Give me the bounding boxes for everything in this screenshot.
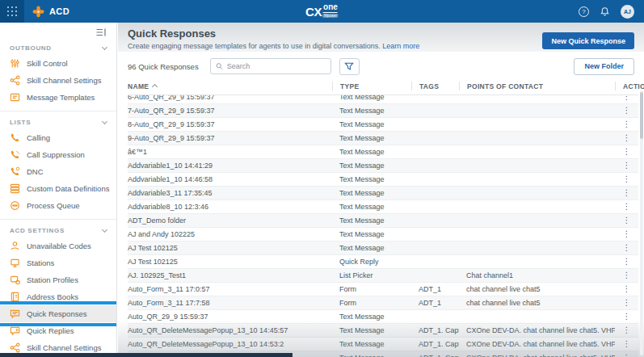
sidebar-item-message-templates[interactable]: Message Templates: [0, 89, 116, 106]
table-row[interactable]: AJ Test 102125Text Message⋮: [128, 242, 638, 255]
column-header-type[interactable]: TYPE: [332, 82, 411, 90]
sidebar-item-dnc[interactable]: DNC: [0, 163, 116, 180]
chevron-down-icon: [102, 119, 107, 124]
table-row[interactable]: AJ Test 102125Quick Reply⋮: [128, 255, 638, 269]
sidebar-section-acd-settings[interactable]: ACD SETTINGS: [0, 221, 116, 237]
row-actions-kebab-icon[interactable]: ⋮: [615, 120, 638, 128]
row-actions-kebab-icon[interactable]: ⋮: [615, 326, 638, 334]
filter-button[interactable]: [339, 58, 360, 75]
search-input[interactable]: [227, 62, 326, 70]
data-definitions-icon: [10, 183, 20, 194]
cell-name: 7-Auto_QR_29_9 15:59:37: [128, 107, 332, 115]
cell-tags: ADT_1. Captain: [411, 326, 459, 334]
row-actions-kebab-icon[interactable]: ⋮: [615, 189, 638, 197]
sidebar-item-label: Quick Responses: [27, 309, 86, 318]
search-icon: [216, 62, 223, 70]
cxone-logo-badge: Mpower: [322, 14, 339, 18]
new-folder-button[interactable]: New Folder: [574, 58, 634, 75]
row-actions-kebab-icon[interactable]: ⋮: [615, 285, 638, 293]
table-row[interactable]: 7-Auto_QR_29_9 15:59:37Text Message⋮: [128, 104, 638, 118]
sidebar-item-process-queue[interactable]: Process Queue: [0, 197, 116, 214]
new-quick-response-button[interactable]: New Quick Response: [542, 32, 634, 49]
row-actions-kebab-icon[interactable]: ⋮: [615, 271, 638, 279]
cxone-logo-one: one: [323, 3, 338, 13]
table-row[interactable]: 8-Auto_QR_29_9 15:59:37Text Message⋮: [128, 118, 638, 132]
table-row[interactable]: â€™1Text Message⋮: [128, 145, 638, 159]
column-header-actions: ACTIONS: [615, 82, 644, 90]
table-row[interactable]: Addvariable8_10 12:3:46Text Message⋮: [128, 200, 638, 214]
section-label: LISTS: [10, 119, 31, 126]
table-row[interactable]: Auto_QR_DeleteMessagePopup_13_10 14:53:2…: [128, 338, 638, 351]
row-actions-kebab-icon[interactable]: ⋮: [615, 230, 638, 238]
table-row[interactable]: Auto_QR_29_9 15:59:37Text Message⋮: [128, 310, 638, 324]
table-row[interactable]: 6-Auto_QR_29_9 15:59:37Text Message⋮: [128, 95, 638, 104]
sidebar-item-custom-data-definitions[interactable]: Custom Data Definitions: [0, 180, 116, 197]
notifications-bell-icon[interactable]: [600, 6, 610, 17]
row-actions-kebab-icon[interactable]: ⋮: [615, 340, 638, 348]
sidebar-item-call-suppression[interactable]: Call Suppression: [0, 146, 116, 163]
row-actions-kebab-icon[interactable]: ⋮: [615, 313, 638, 321]
sidebar-item-label: Process Queue: [27, 201, 79, 210]
table-row[interactable]: 9-Auto_QR_29_9 15:59:37Text Message⋮: [128, 132, 638, 145]
user-avatar[interactable]: AJ: [621, 5, 634, 19]
row-actions-kebab-icon[interactable]: ⋮: [615, 244, 638, 252]
row-actions-kebab-icon[interactable]: ⋮: [615, 134, 638, 142]
cell-type: Text Message: [332, 107, 411, 115]
row-actions-kebab-icon[interactable]: ⋮: [615, 258, 638, 266]
acd-logo-icon: [32, 6, 44, 18]
table-row[interactable]: AJ and Andy 102225Text Message⋮: [128, 228, 638, 242]
sidebar-section-outbound[interactable]: OUTBOUND: [0, 39, 116, 55]
row-actions-kebab-icon[interactable]: ⋮: [615, 299, 638, 307]
learn-more-link[interactable]: Learn more: [382, 42, 419, 50]
quick-reply-icon: [10, 326, 20, 336]
table-row[interactable]: Auto_Form_3_11 17:0:57FormADT_1chat chan…: [128, 283, 638, 296]
sidebar-item-skill-channel-settings[interactable]: Skill Channel Settings: [0, 72, 116, 89]
row-actions-kebab-icon[interactable]: ⋮: [615, 107, 638, 115]
cell-tags: ADT_1: [411, 285, 459, 293]
sidebar-item-stations[interactable]: Stations: [0, 254, 116, 271]
sidebar-item-station-profiles[interactable]: Station Profiles: [0, 271, 116, 288]
help-icon[interactable]: ?: [579, 6, 589, 17]
sidebar-item-quick-responses[interactable]: Quick Responses: [0, 305, 116, 322]
row-actions-kebab-icon[interactable]: ⋮: [615, 216, 638, 225]
table-row[interactable]: Addvariable1_10 14:41:29Text Message⋮: [128, 159, 638, 173]
sidebar-collapse-icon[interactable]: [95, 27, 107, 38]
table-row[interactable]: AJ. 102925_Test1List PickerChat channel1…: [128, 269, 638, 283]
sidebar-item-quick-replies[interactable]: Quick Replies: [0, 322, 116, 339]
sidebar-item-unavailable-codes[interactable]: Unavailable Codes: [0, 237, 116, 254]
row-actions-kebab-icon[interactable]: ⋮: [615, 203, 638, 211]
column-header-name[interactable]: NAME: [128, 82, 332, 90]
table-row[interactable]: Auto_Form_3_11 17:7:58FormADT_1chat chan…: [128, 296, 638, 310]
scrollbar-thumb[interactable]: [640, 92, 643, 139]
sidebar-section-lists[interactable]: LISTS: [0, 113, 116, 129]
row-actions-kebab-icon[interactable]: ⋮: [615, 148, 638, 156]
row-actions-kebab-icon[interactable]: ⋮: [615, 354, 638, 357]
table-row[interactable]: Addvariable1_10 14:46:58Text Message⋮: [128, 173, 638, 187]
message-template-icon: [10, 92, 20, 103]
table-row[interactable]: ADT_Demo folderText Message⋮: [128, 214, 638, 228]
app-launcher-button[interactable]: [0, 0, 24, 23]
sidebar-item-label: Message Templates: [27, 93, 95, 102]
section-label: OUTBOUND: [10, 44, 52, 52]
sidebar-item-calling[interactable]: Calling: [0, 129, 116, 146]
column-header-points-of-contact[interactable]: POINTS OF CONTACT: [459, 82, 615, 90]
cell-points-of-contact: chat channel live chat5: [459, 285, 615, 293]
sidebar-item-skill-control[interactable]: Skill Control: [0, 55, 116, 72]
table-row[interactable]: Auto_QR_DeleteMessagePopup_13_10 14:45:5…: [128, 324, 638, 338]
row-actions-kebab-icon[interactable]: ⋮: [615, 95, 638, 101]
cell-tags: ADT_1: [411, 299, 459, 307]
vertical-scrollbar[interactable]: [640, 90, 643, 355]
sort-ascending-icon[interactable]: [152, 84, 158, 90]
sidebar-item-label: Stations: [27, 258, 54, 267]
cell-name: 6-Auto_QR_29_9 15:59:37: [128, 95, 332, 101]
row-actions-kebab-icon[interactable]: ⋮: [615, 175, 638, 183]
cell-name: Addvariable3_11 17:35:45: [128, 189, 332, 197]
cell-type: Text Message: [332, 340, 411, 348]
sidebar-item-label: Skill Channel Settings: [27, 76, 101, 85]
cell-name: AJ. 102925_Test1: [128, 271, 332, 279]
column-header-tags[interactable]: TAGS: [411, 82, 459, 90]
sidebar-item-address-books[interactable]: Address Books: [0, 288, 116, 305]
search-box[interactable]: [210, 58, 331, 74]
table-row[interactable]: Addvariable3_11 17:35:45Text Message⋮: [128, 187, 638, 200]
row-actions-kebab-icon[interactable]: ⋮: [615, 162, 638, 170]
